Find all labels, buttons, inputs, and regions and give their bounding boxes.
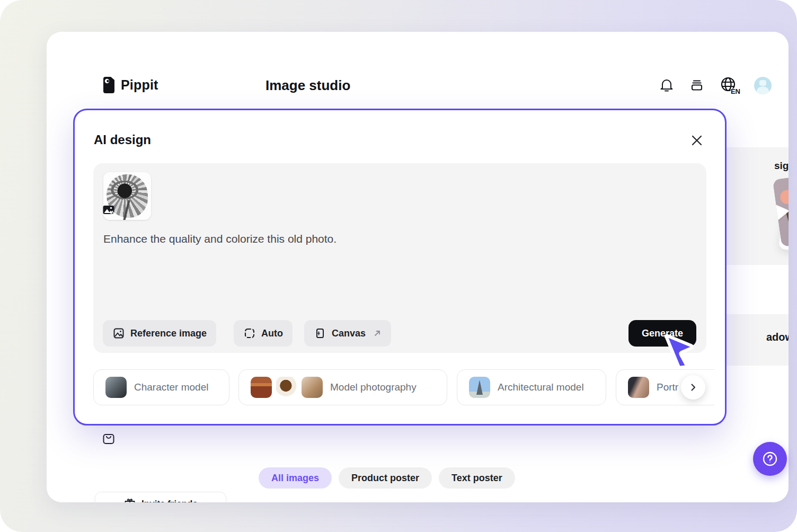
auto-ratio-button[interactable]: Auto xyxy=(234,320,293,347)
external-arrow-icon xyxy=(373,329,382,338)
question-mark-icon xyxy=(761,450,779,468)
auto-label: Auto xyxy=(261,328,283,339)
notifications-bell-icon[interactable] xyxy=(660,78,674,93)
chips-scroll-right-button[interactable] xyxy=(681,375,705,400)
eiffel-thumb xyxy=(469,377,490,398)
brand-logo[interactable]: Pippit xyxy=(102,76,158,94)
generate-button[interactable]: Generate xyxy=(628,320,696,347)
canvas-label: Canvas xyxy=(332,328,366,339)
character-model-thumb xyxy=(105,377,127,398)
close-icon[interactable] xyxy=(690,134,704,147)
invite-friends-button[interactable]: Invite friends xyxy=(95,492,226,502)
image-studio-icon xyxy=(102,203,116,217)
help-button[interactable] xyxy=(753,442,787,476)
chevron-right-icon xyxy=(688,383,698,392)
invite-friends-label: Invite friends xyxy=(141,499,198,502)
sidebar-item-assets[interactable] xyxy=(102,432,114,445)
feature-card-bottom-label: adows xyxy=(766,331,789,343)
canvas-icon xyxy=(314,327,326,340)
auto-frame-icon xyxy=(243,327,256,340)
model-thumb xyxy=(302,377,323,398)
prompt-input-area[interactable]: Enhance the quality and colorize this ol… xyxy=(93,163,706,353)
brand-name: Pippit xyxy=(121,77,158,93)
pippit-logo-icon xyxy=(102,76,116,94)
canvas-button[interactable]: Canvas xyxy=(304,320,391,347)
gift-icon xyxy=(123,498,136,502)
chip-label: Model photography xyxy=(330,382,417,393)
sidebar-item-image-studio[interactable] xyxy=(102,203,114,216)
feature-card-image xyxy=(773,171,789,247)
portrait-thumb xyxy=(628,377,649,398)
coffee-thumb xyxy=(276,377,297,398)
billing-icon[interactable] xyxy=(689,78,704,93)
tab-all-images[interactable]: All images xyxy=(259,467,332,489)
chip-character-model[interactable]: Character model xyxy=(93,369,229,405)
language-code: EN xyxy=(731,87,740,95)
feature-card-top-label: sign xyxy=(774,160,789,172)
chip-architectural-model[interactable]: Architectural model xyxy=(457,369,606,405)
bag-icon xyxy=(102,432,116,446)
chip-label: Portr xyxy=(657,382,678,393)
generate-label: Generate xyxy=(642,328,683,339)
reference-image-button[interactable]: Reference image xyxy=(103,320,216,347)
preset-chips-row: Character model Model photography Archit… xyxy=(93,369,714,406)
chip-label: Character model xyxy=(134,382,208,393)
storefront-thumb xyxy=(251,377,272,398)
page-title: Image studio xyxy=(265,77,350,94)
reference-image-label: Reference image xyxy=(130,328,207,339)
gallery-filter-tabs: All images Product poster Text poster xyxy=(259,467,515,489)
chip-model-photography[interactable]: Model photography xyxy=(238,369,447,405)
tab-product-poster[interactable]: Product poster xyxy=(339,467,432,489)
screenshot-root: Pippit Image studio xyxy=(0,0,797,532)
user-avatar[interactable] xyxy=(754,77,772,94)
reference-image-icon xyxy=(112,327,125,340)
tab-text-poster[interactable]: Text poster xyxy=(439,467,515,489)
chip-label: Architectural model xyxy=(498,382,584,393)
language-globe-icon[interactable]: EN xyxy=(720,76,738,94)
prompt-text[interactable]: Enhance the quality and colorize this ol… xyxy=(103,233,336,245)
modal-title: AI design xyxy=(94,132,151,147)
ai-design-modal: AI design Enhance the quality and colori… xyxy=(73,109,727,425)
